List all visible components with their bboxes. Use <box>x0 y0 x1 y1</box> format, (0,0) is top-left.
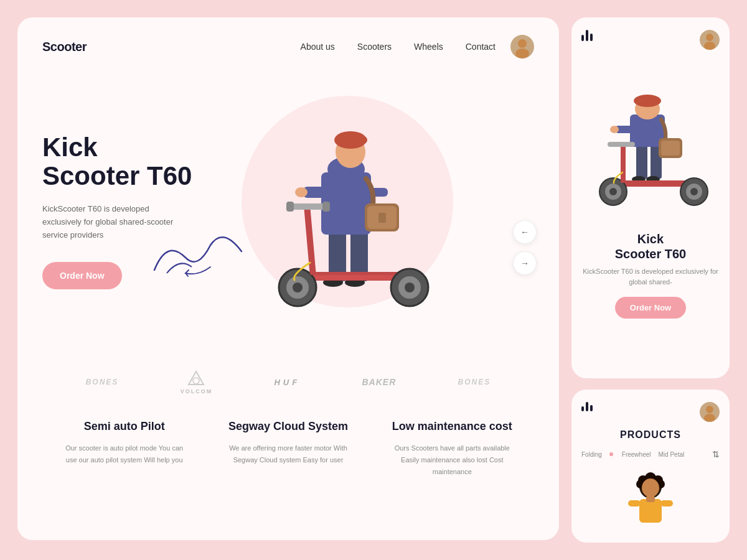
nav-links: About us Scooters Wheels Contact <box>301 42 496 52</box>
freewheel-dot <box>609 452 613 456</box>
brand-logo: Scooter <box>42 40 87 54</box>
right-scooter-image <box>588 63 713 225</box>
feature-maintenance: Low maintenance cost Ours Scooters have … <box>390 419 514 477</box>
right-bottom-avatar[interactable] <box>700 402 720 422</box>
svg-rect-11 <box>303 187 340 198</box>
main-card: Scooter About us Scooters Wheels Contact… <box>17 17 559 540</box>
feature-cloud: Segway Cloud System We are offering more… <box>226 419 350 477</box>
products-section-title: PRODUCTS <box>581 429 720 441</box>
brands-section: BONES VOLCOM HUF BAKER BONES <box>17 370 559 394</box>
svg-rect-61 <box>639 499 662 523</box>
chart-bars-icon-2 <box>581 402 593 411</box>
user-avatar[interactable] <box>510 35 534 58</box>
nav-link-about[interactable]: About us <box>301 42 335 52</box>
feature-autopilot-desc: Our scooter is auto pilot mode You can u… <box>62 442 187 465</box>
navbar: Scooter About us Scooters Wheels Contact <box>17 17 559 58</box>
brand-baker: BAKER <box>362 377 397 387</box>
svg-point-38 <box>634 95 661 107</box>
feature-maintenance-desc: Ours Scooters have all parts available E… <box>390 442 514 477</box>
right-product-title: Kick Scooter T60 <box>615 231 686 261</box>
products-tabs: Folding Freewheel Mid Petal ⇅ <box>581 449 720 459</box>
feature-autopilot-title: Semi auto Pilot <box>62 419 187 434</box>
brand-volcom: VOLCOM <box>181 370 213 394</box>
hero-image <box>204 71 491 332</box>
tab-midpetal[interactable]: Mid Petal <box>659 451 685 458</box>
right-user-avatar[interactable] <box>700 30 720 50</box>
svg-rect-32 <box>636 144 647 179</box>
chart-bars-icon <box>581 30 593 41</box>
svg-point-30 <box>706 34 713 41</box>
svg-point-12 <box>295 187 308 197</box>
order-now-button[interactable]: Order Now <box>42 262 122 289</box>
feature-maintenance-title: Low maintenance cost <box>390 419 514 434</box>
nav-link-contact[interactable]: Contact <box>466 42 496 52</box>
svg-rect-16 <box>378 213 386 223</box>
hero-section: Kick Scooter T60 KickScooter T60 is deve… <box>17 58 559 345</box>
svg-rect-42 <box>661 141 680 156</box>
svg-point-1 <box>515 49 529 58</box>
right-card-top-header <box>581 30 720 50</box>
brand-bones-1: BONES <box>86 378 119 386</box>
right-card-bottom: PRODUCTS Folding Freewheel Mid Petal ⇅ <box>571 390 730 543</box>
svg-point-0 <box>518 39 527 48</box>
svg-point-46 <box>690 188 698 195</box>
features-section: Semi auto Pilot Our scooter is auto pilo… <box>17 394 559 477</box>
svg-point-60 <box>642 478 659 497</box>
filter-icon[interactable]: ⇅ <box>712 449 720 459</box>
right-product-desc: KickScooter T60 is developed exclusively… <box>581 266 720 287</box>
svg-point-53 <box>704 414 715 422</box>
right-bottom-header <box>581 402 720 422</box>
svg-point-49 <box>609 188 617 195</box>
prev-arrow-button[interactable]: ← <box>513 220 537 244</box>
svg-rect-27 <box>286 202 294 212</box>
feature-cloud-desc: We are offering more faster motor With S… <box>226 442 350 465</box>
svg-point-29 <box>193 378 199 384</box>
svg-rect-10 <box>336 136 367 144</box>
svg-point-24 <box>293 282 303 292</box>
hero-title: Kick Scooter T60 <box>42 133 192 190</box>
svg-point-21 <box>405 282 415 292</box>
svg-point-40 <box>610 126 619 133</box>
svg-rect-64 <box>660 500 673 506</box>
feature-cloud-title: Segway Cloud System <box>226 419 350 434</box>
svg-point-52 <box>706 406 713 413</box>
feature-autopilot: Semi auto Pilot Our scooter is auto pilo… <box>62 419 187 477</box>
next-arrow-button[interactable]: → <box>513 251 537 275</box>
tab-freewheel[interactable]: Freewheel <box>622 451 651 458</box>
brand-bones-2: BONES <box>458 378 491 386</box>
right-card-top: Kick Scooter T60 KickScooter T60 is deve… <box>571 17 730 378</box>
svg-point-31 <box>704 42 715 50</box>
tab-folding[interactable]: Folding <box>581 451 602 458</box>
svg-rect-51 <box>608 142 635 147</box>
svg-rect-50 <box>621 144 626 183</box>
right-order-now-button[interactable]: Order Now <box>615 297 686 319</box>
brand-huf: HUF <box>274 378 300 387</box>
svg-rect-28 <box>322 202 330 212</box>
scooter-illustration <box>229 82 466 321</box>
svg-rect-62 <box>646 496 655 502</box>
svg-rect-63 <box>628 500 641 506</box>
nav-link-scooters[interactable]: Scooters <box>357 42 392 52</box>
person-standing-illustration <box>581 467 720 529</box>
nav-link-wheels[interactable]: Wheels <box>414 42 443 52</box>
hero-text: Kick Scooter T60 KickScooter T60 is deve… <box>42 133 192 289</box>
